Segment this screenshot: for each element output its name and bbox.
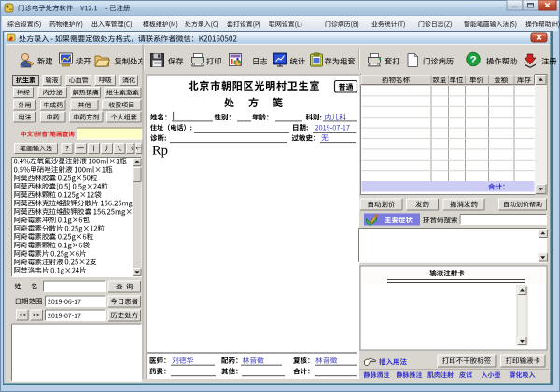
svg-text:?: ? [469, 54, 476, 65]
